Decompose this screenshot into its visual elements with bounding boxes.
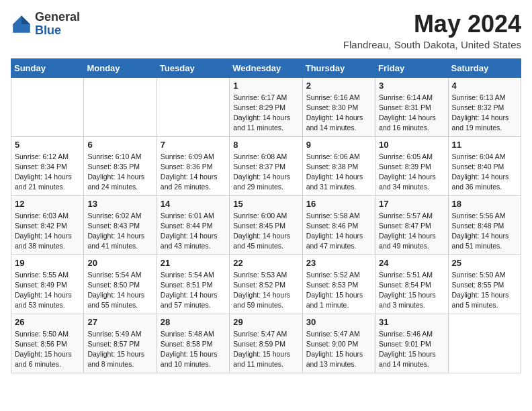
day-cell: 5Sunrise: 6:12 AMSunset: 8:34 PMDaylight… <box>11 136 84 195</box>
week-row-2: 12Sunrise: 6:03 AMSunset: 8:42 PMDayligh… <box>11 195 521 255</box>
day-cell <box>157 77 229 136</box>
svg-marker-1 <box>21 15 30 24</box>
day-number: 31 <box>379 317 444 327</box>
day-cell: 9Sunrise: 6:06 AMSunset: 8:38 PMDaylight… <box>302 136 375 195</box>
day-number: 9 <box>306 140 371 150</box>
day-cell: 20Sunrise: 5:54 AMSunset: 8:50 PMDayligh… <box>84 255 157 314</box>
day-cell: 1Sunrise: 6:17 AMSunset: 8:29 PMDaylight… <box>230 77 302 136</box>
day-number: 5 <box>15 140 80 150</box>
day-cell: 12Sunrise: 6:03 AMSunset: 8:42 PMDayligh… <box>11 195 84 255</box>
day-cell: 19Sunrise: 5:55 AMSunset: 8:49 PMDayligh… <box>11 255 84 314</box>
day-number: 17 <box>379 199 444 209</box>
weekday-saturday: Saturday <box>448 58 521 77</box>
day-info: Sunrise: 6:13 AMSunset: 8:32 PMDaylight:… <box>452 93 517 134</box>
day-number: 29 <box>233 317 298 327</box>
day-number: 24 <box>379 258 444 268</box>
day-info: Sunrise: 6:17 AMSunset: 8:29 PMDaylight:… <box>233 93 298 134</box>
day-cell: 2Sunrise: 6:16 AMSunset: 8:30 PMDaylight… <box>302 77 375 136</box>
day-info: Sunrise: 6:03 AMSunset: 8:42 PMDaylight:… <box>15 211 80 252</box>
day-number: 27 <box>87 317 152 327</box>
day-number: 19 <box>15 258 80 268</box>
day-cell: 13Sunrise: 6:02 AMSunset: 8:43 PMDayligh… <box>84 195 157 255</box>
day-info: Sunrise: 5:50 AMSunset: 8:55 PMDaylight:… <box>452 270 517 311</box>
day-info: Sunrise: 5:47 AMSunset: 8:59 PMDaylight:… <box>233 329 298 370</box>
day-number: 4 <box>452 81 517 91</box>
day-info: Sunrise: 5:46 AMSunset: 9:01 PMDaylight:… <box>379 329 444 370</box>
logo: General Blue <box>11 11 80 38</box>
day-cell: 31Sunrise: 5:46 AMSunset: 9:01 PMDayligh… <box>375 314 448 373</box>
day-cell: 23Sunrise: 5:52 AMSunset: 8:53 PMDayligh… <box>302 255 375 314</box>
day-number: 14 <box>161 199 226 209</box>
day-info: Sunrise: 5:58 AMSunset: 8:46 PMDaylight:… <box>306 211 371 252</box>
day-cell: 14Sunrise: 6:01 AMSunset: 8:44 PMDayligh… <box>157 195 229 255</box>
day-cell: 21Sunrise: 5:54 AMSunset: 8:51 PMDayligh… <box>157 255 229 314</box>
weekday-monday: Monday <box>84 58 157 77</box>
title-block: May 2024 Flandreau, South Dakota, United… <box>343 11 521 50</box>
day-number: 28 <box>161 317 226 327</box>
week-row-4: 26Sunrise: 5:50 AMSunset: 8:56 PMDayligh… <box>11 314 521 373</box>
day-info: Sunrise: 5:49 AMSunset: 8:57 PMDaylight:… <box>87 329 152 370</box>
day-cell: 11Sunrise: 6:04 AMSunset: 8:40 PMDayligh… <box>448 136 521 195</box>
day-info: Sunrise: 5:47 AMSunset: 9:00 PMDaylight:… <box>306 329 371 370</box>
location: Flandreau, South Dakota, United States <box>343 39 521 50</box>
week-row-1: 5Sunrise: 6:12 AMSunset: 8:34 PMDaylight… <box>11 136 521 195</box>
week-row-3: 19Sunrise: 5:55 AMSunset: 8:49 PMDayligh… <box>11 255 521 314</box>
logo-icon <box>11 13 32 35</box>
day-cell: 8Sunrise: 6:08 AMSunset: 8:37 PMDaylight… <box>230 136 302 195</box>
day-info: Sunrise: 6:16 AMSunset: 8:30 PMDaylight:… <box>306 93 371 134</box>
day-cell: 18Sunrise: 5:56 AMSunset: 8:48 PMDayligh… <box>448 195 521 255</box>
day-cell <box>11 77 84 136</box>
week-row-0: 1Sunrise: 6:17 AMSunset: 8:29 PMDaylight… <box>11 77 521 136</box>
day-cell: 7Sunrise: 6:09 AMSunset: 8:36 PMDaylight… <box>157 136 229 195</box>
day-number: 1 <box>233 81 298 91</box>
calendar-table: SundayMondayTuesdayWednesdayThursdayFrid… <box>11 58 521 373</box>
day-number: 8 <box>233 140 298 150</box>
weekday-thursday: Thursday <box>302 58 375 77</box>
day-cell <box>448 314 521 373</box>
day-cell: 25Sunrise: 5:50 AMSunset: 8:55 PMDayligh… <box>448 255 521 314</box>
day-info: Sunrise: 6:09 AMSunset: 8:36 PMDaylight:… <box>161 152 226 193</box>
weekday-wednesday: Wednesday <box>230 58 302 77</box>
day-info: Sunrise: 5:54 AMSunset: 8:50 PMDaylight:… <box>87 270 152 311</box>
month-title: May 2024 <box>343 11 521 38</box>
day-cell: 24Sunrise: 5:51 AMSunset: 8:54 PMDayligh… <box>375 255 448 314</box>
day-info: Sunrise: 5:55 AMSunset: 8:49 PMDaylight:… <box>15 270 80 311</box>
day-info: Sunrise: 6:01 AMSunset: 8:44 PMDaylight:… <box>161 211 226 252</box>
calendar-body: 1Sunrise: 6:17 AMSunset: 8:29 PMDaylight… <box>11 77 521 373</box>
day-info: Sunrise: 5:48 AMSunset: 8:58 PMDaylight:… <box>161 329 226 370</box>
day-number: 22 <box>233 258 298 268</box>
day-cell: 30Sunrise: 5:47 AMSunset: 9:00 PMDayligh… <box>302 314 375 373</box>
day-number: 11 <box>452 140 517 150</box>
day-cell: 29Sunrise: 5:47 AMSunset: 8:59 PMDayligh… <box>230 314 302 373</box>
day-cell: 27Sunrise: 5:49 AMSunset: 8:57 PMDayligh… <box>84 314 157 373</box>
day-info: Sunrise: 6:08 AMSunset: 8:37 PMDaylight:… <box>233 152 298 193</box>
day-number: 25 <box>452 258 517 268</box>
day-number: 7 <box>161 140 226 150</box>
day-number: 2 <box>306 81 371 91</box>
day-info: Sunrise: 6:10 AMSunset: 8:35 PMDaylight:… <box>87 152 152 193</box>
day-number: 6 <box>87 140 152 150</box>
day-number: 13 <box>87 199 152 209</box>
day-cell: 15Sunrise: 6:00 AMSunset: 8:45 PMDayligh… <box>230 195 302 255</box>
day-cell <box>84 77 157 136</box>
day-number: 10 <box>379 140 444 150</box>
day-info: Sunrise: 5:54 AMSunset: 8:51 PMDaylight:… <box>161 270 226 311</box>
day-number: 15 <box>233 199 298 209</box>
weekday-tuesday: Tuesday <box>157 58 229 77</box>
day-number: 20 <box>87 258 152 268</box>
day-info: Sunrise: 6:06 AMSunset: 8:38 PMDaylight:… <box>306 152 371 193</box>
day-info: Sunrise: 6:00 AMSunset: 8:45 PMDaylight:… <box>233 211 298 252</box>
day-info: Sunrise: 5:50 AMSunset: 8:56 PMDaylight:… <box>15 329 80 370</box>
day-cell: 22Sunrise: 5:53 AMSunset: 8:52 PMDayligh… <box>230 255 302 314</box>
day-number: 18 <box>452 199 517 209</box>
day-info: Sunrise: 6:05 AMSunset: 8:39 PMDaylight:… <box>379 152 444 193</box>
day-number: 21 <box>161 258 226 268</box>
day-cell: 26Sunrise: 5:50 AMSunset: 8:56 PMDayligh… <box>11 314 84 373</box>
day-info: Sunrise: 6:14 AMSunset: 8:31 PMDaylight:… <box>379 93 444 134</box>
day-cell: 17Sunrise: 5:57 AMSunset: 8:47 PMDayligh… <box>375 195 448 255</box>
page-header: General Blue May 2024 Flandreau, South D… <box>11 11 521 50</box>
day-info: Sunrise: 5:56 AMSunset: 8:48 PMDaylight:… <box>452 211 517 252</box>
day-info: Sunrise: 6:04 AMSunset: 8:40 PMDaylight:… <box>452 152 517 193</box>
day-number: 26 <box>15 317 80 327</box>
day-number: 16 <box>306 199 371 209</box>
